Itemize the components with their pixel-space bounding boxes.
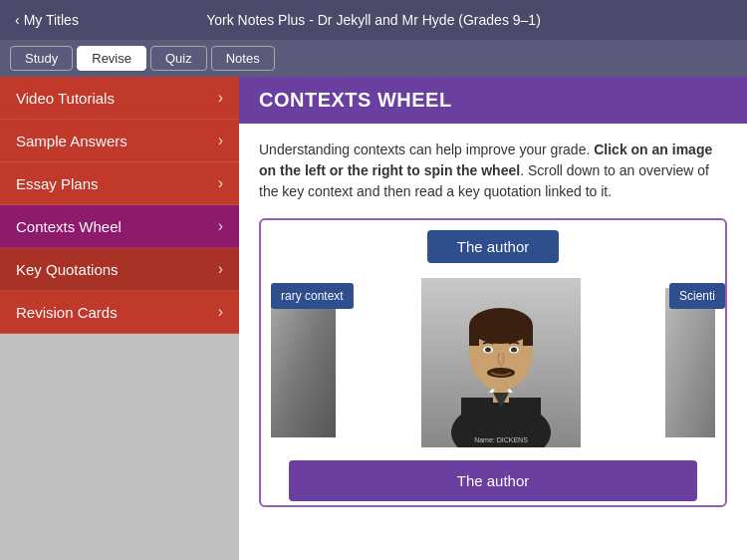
sidebar: Video Tutorials › Sample Answers › Essay… [0, 77, 239, 560]
wheel-left-label[interactable]: rary context [271, 283, 354, 309]
chevron-right-icon: › [218, 132, 223, 149]
sidebar-item-video-tutorials[interactable]: Video Tutorials › [0, 77, 239, 120]
chevron-right-icon: › [218, 217, 223, 235]
content-heading: CONTEXTS WHEEL [259, 89, 727, 112]
sidebar-item-contexts-wheel[interactable]: Contexts Wheel › [0, 205, 239, 248]
svg-point-15 [485, 348, 491, 353]
sidebar-item-label: Contexts Wheel [16, 218, 122, 235]
main-layout: Video Tutorials › Sample Answers › Essay… [0, 77, 747, 560]
wheel-images: rary context Scienti [261, 273, 725, 452]
wheel-right-label[interactable]: Scienti [669, 283, 725, 309]
content-body: Understanding contexts can help improve … [239, 124, 747, 523]
sidebar-item-label: Essay Plans [16, 175, 99, 192]
chevron-right-icon: › [218, 260, 223, 278]
wheel-container[interactable]: The author rary context Scienti [259, 218, 727, 507]
svg-rect-11 [469, 326, 479, 346]
app-header: ‹ My Titles York Notes Plus - Dr Jekyll … [0, 0, 747, 40]
sidebar-item-essay-plans[interactable]: Essay Plans › [0, 162, 239, 205]
wheel-right-photo[interactable] [665, 288, 715, 437]
tab-revise[interactable]: Revise [77, 46, 146, 71]
desc-part1: Understanding contexts can help improve … [259, 141, 594, 157]
sidebar-item-label: Key Quotations [16, 261, 119, 278]
wheel-bottom-label-wrap: The author [261, 460, 725, 507]
sidebar-item-revision-cards[interactable]: Revision Cards › [0, 291, 239, 334]
chevron-right-icon: › [218, 303, 223, 321]
svg-rect-20 [665, 288, 715, 437]
wheel-top-label-area: The author [261, 220, 725, 273]
sidebar-item-label: Sample Answers [16, 133, 127, 149]
tab-quiz[interactable]: Quiz [150, 46, 207, 71]
wheel-center-photo[interactable]: Name: DICKENS [421, 278, 581, 447]
wheel-bottom-label: The author [289, 460, 697, 501]
svg-text:Name: DICKENS: Name: DICKENS [474, 436, 528, 443]
svg-point-16 [511, 348, 517, 353]
back-label: My Titles [24, 12, 79, 28]
wheel-left-photo[interactable] [271, 288, 336, 437]
content-area: CONTEXTS WHEEL Understanding contexts ca… [239, 77, 747, 560]
chevron-right-icon: › [218, 174, 223, 192]
sidebar-item-label: Video Tutorials [16, 90, 115, 107]
sidebar-item-sample-answers[interactable]: Sample Answers › [0, 120, 239, 162]
content-description: Understanding contexts can help improve … [259, 140, 727, 202]
svg-rect-1 [271, 288, 336, 437]
wheel-center-label: The author [427, 230, 560, 263]
tab-bar: Study Revise Quiz Notes [0, 40, 747, 77]
back-button[interactable]: ‹ My Titles [15, 12, 79, 28]
tab-notes[interactable]: Notes [211, 46, 275, 71]
chevron-right-icon: › [218, 89, 223, 107]
tab-study[interactable]: Study [10, 46, 73, 71]
header-title: York Notes Plus - Dr Jekyll and Mr Hyde … [206, 12, 541, 28]
sidebar-item-key-quotations[interactable]: Key Quotations › [0, 248, 239, 291]
svg-rect-12 [523, 326, 533, 346]
content-header: CONTEXTS WHEEL [239, 77, 747, 124]
chevron-left-icon: ‹ [15, 12, 20, 28]
sidebar-item-label: Revision Cards [16, 304, 118, 321]
